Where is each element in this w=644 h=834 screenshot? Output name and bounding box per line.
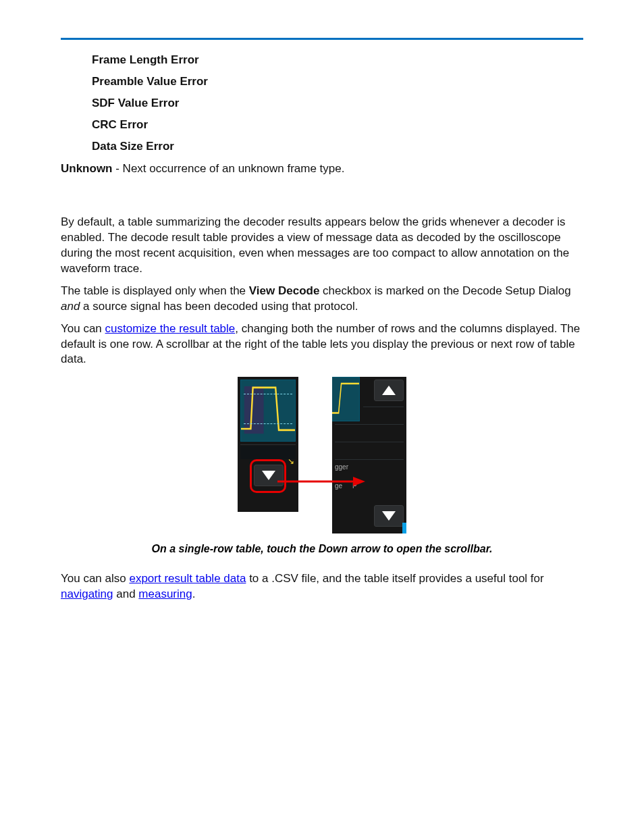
error-item: Data Size Error bbox=[92, 140, 583, 153]
link-customize-table[interactable]: customize the result table bbox=[105, 322, 236, 335]
error-item: Preamble Value Error bbox=[92, 75, 583, 88]
down-arrow-button[interactable] bbox=[374, 505, 404, 527]
view-decode-label: View Decode bbox=[249, 284, 320, 297]
waveform-area bbox=[332, 377, 360, 421]
paragraph-4: You can also export result table data to… bbox=[61, 571, 583, 602]
svg-marker-3 bbox=[382, 511, 396, 521]
header-rule bbox=[61, 38, 583, 40]
error-item: Frame Length Error bbox=[92, 53, 583, 67]
paragraph-1: By default, a table summarizing the deco… bbox=[61, 215, 583, 277]
figure-left-panel: ↘ bbox=[238, 377, 298, 512]
figure-caption: On a single-row table, touch the Down ar… bbox=[61, 543, 583, 555]
unknown-label: Unknown bbox=[61, 162, 113, 175]
up-arrow-button[interactable] bbox=[374, 380, 404, 401]
figure-scrollbar: ↘ bbox=[61, 377, 583, 533]
link-measuring[interactable]: measuring bbox=[138, 588, 192, 600]
label-fragment: P bbox=[352, 482, 357, 490]
paragraph-3: You can customize the result table, chan… bbox=[61, 321, 583, 368]
label-fragment: ge bbox=[335, 482, 342, 490]
label-fragment: gger bbox=[335, 463, 348, 471]
figure-right-panel: gger ge P bbox=[332, 377, 406, 533]
link-navigating[interactable]: navigating bbox=[61, 588, 113, 600]
waveform-area bbox=[240, 380, 296, 442]
zoom-arrow-icon: ↘ bbox=[288, 457, 294, 466]
unknown-line: Unknown - Next occurrence of an unknown … bbox=[61, 161, 583, 177]
edge-indicator bbox=[402, 523, 406, 533]
svg-marker-2 bbox=[382, 386, 396, 395]
link-export-data[interactable]: export result table data bbox=[129, 572, 246, 585]
error-item: CRC Error bbox=[92, 118, 583, 132]
highlight-ring-icon bbox=[250, 459, 286, 493]
paragraph-2: The table is displayed only when the Vie… bbox=[61, 284, 583, 315]
unknown-desc: - Next occurrence of an unknown frame ty… bbox=[113, 162, 345, 175]
error-item: SDF Value Error bbox=[92, 97, 583, 110]
error-type-list: Frame Length Error Preamble Value Error … bbox=[92, 53, 583, 153]
